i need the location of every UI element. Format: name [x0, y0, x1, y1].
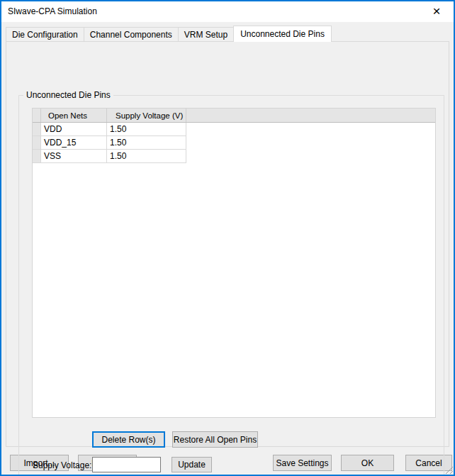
- cell-supply-voltage[interactable]: 1.50: [107, 150, 186, 163]
- open-nets-table[interactable]: Open Nets Supply Voltage (V) VDD 1.50 VD…: [32, 108, 436, 418]
- group-title: Unconnected Die Pins: [23, 90, 113, 100]
- tab-vrm-setup[interactable]: VRM Setup: [178, 27, 234, 41]
- titlebar[interactable]: SIwave-CPA Simulation ×: [0, 0, 455, 22]
- cell-supply-voltage[interactable]: 1.50: [107, 123, 186, 136]
- row-header[interactable]: [33, 136, 41, 150]
- window-title: SIwave-CPA Simulation: [0, 6, 97, 16]
- close-button[interactable]: ×: [422, 1, 451, 21]
- table-row[interactable]: VDD_15 1.50: [33, 136, 435, 150]
- tab-label: Channel Components: [90, 30, 172, 40]
- tab-channel-components[interactable]: Channel Components: [84, 27, 179, 41]
- delete-rows-button[interactable]: Delete Row(s): [92, 431, 165, 448]
- row-header[interactable]: [33, 150, 41, 163]
- table-row[interactable]: VSS 1.50: [33, 150, 435, 163]
- column-header-supply-voltage[interactable]: Supply Voltage (V): [107, 109, 186, 122]
- restore-all-open-pins-button[interactable]: Restore All Open Pins: [172, 431, 258, 448]
- supply-voltage-input[interactable]: [92, 457, 161, 472]
- tab-strip: Die Configuration Channel Components VRM…: [6, 26, 331, 42]
- cell-supply-voltage[interactable]: 1.50: [107, 136, 186, 150]
- close-icon: ×: [432, 4, 440, 18]
- unconnected-die-pins-group: Unconnected Die Pins Open Nets Supply Vo…: [18, 95, 444, 476]
- update-button[interactable]: Update: [172, 457, 212, 472]
- cell-open-net[interactable]: VSS: [41, 150, 107, 163]
- tab-page: Unconnected Die Pins Open Nets Supply Vo…: [6, 41, 449, 447]
- cell-open-net[interactable]: VDD_15: [41, 136, 107, 150]
- dialog-window: SIwave-CPA Simulation × Die Configuratio…: [0, 0, 455, 476]
- column-header-open-nets[interactable]: Open Nets: [41, 109, 107, 122]
- tab-die-configuration[interactable]: Die Configuration: [6, 27, 84, 41]
- tab-label: Die Configuration: [12, 30, 78, 40]
- table-header-row: Open Nets Supply Voltage (V): [33, 109, 435, 123]
- cell-open-net[interactable]: VDD: [41, 123, 107, 136]
- row-header[interactable]: [33, 123, 41, 136]
- tab-label: Unconnected Die Pins: [240, 29, 325, 39]
- table-corner-cell[interactable]: [33, 109, 41, 122]
- table-row[interactable]: VDD 1.50: [33, 123, 435, 136]
- supply-voltage-label: Supply Voltage:: [33, 460, 91, 470]
- tab-unconnected-die-pins[interactable]: Unconnected Die Pins: [233, 26, 332, 42]
- tab-label: VRM Setup: [184, 30, 228, 40]
